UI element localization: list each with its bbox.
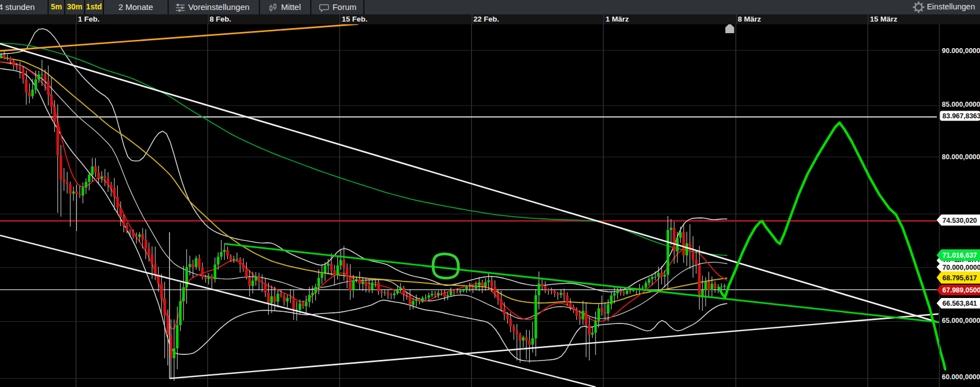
svg-text:66.563,841: 66.563,841 — [942, 300, 977, 307]
svg-text:60.000,0000: 60.000,0000 — [942, 373, 980, 381]
svg-text:71.016,637: 71.016,637 — [942, 252, 977, 259]
svg-text:70.000,0000: 70.000,0000 — [942, 264, 980, 271]
svg-text:80.000,0000: 80.000,0000 — [942, 153, 980, 161]
svg-text:68.795,617: 68.795,617 — [942, 274, 977, 282]
svg-text:85.000,0000: 85.000,0000 — [942, 101, 980, 108]
svg-text:67.989,0500: 67.989,0500 — [942, 286, 980, 294]
svg-text:65.000,0000: 65.000,0000 — [942, 317, 980, 325]
svg-text:74.530,020: 74.530,020 — [942, 217, 977, 224]
svg-text:83.967,8363: 83.967,8363 — [942, 112, 980, 120]
svg-text:90.000,0000: 90.000,0000 — [942, 47, 980, 55]
